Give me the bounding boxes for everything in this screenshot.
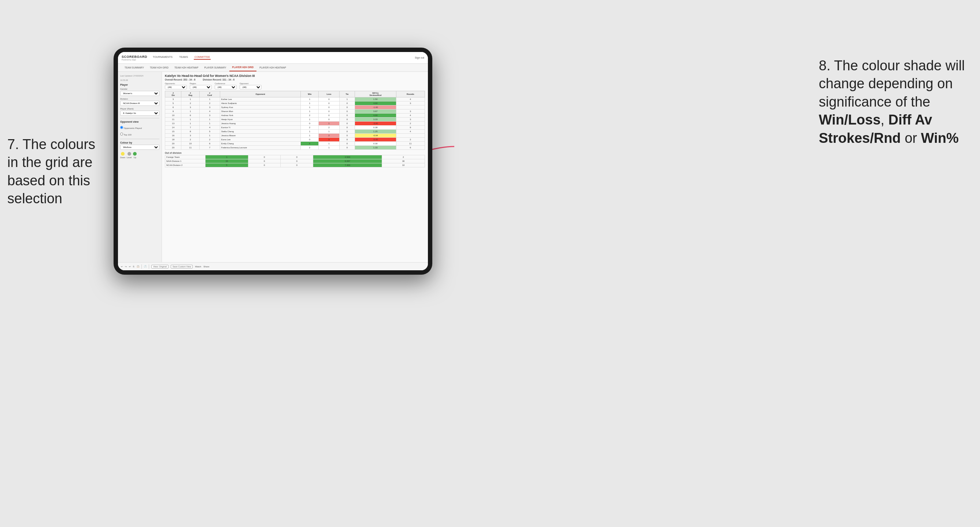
toolbar-undo2[interactable]: ↩ bbox=[129, 265, 131, 268]
cell-div: 9 bbox=[165, 110, 181, 114]
subnav-team-h2h-heatmap[interactable]: TEAM H2H HEATMAP bbox=[172, 64, 202, 71]
opponent-view-radio-group: Opponents Played Top 100 bbox=[120, 124, 159, 137]
col-header-win: Win bbox=[301, 91, 319, 97]
cell-rounds: 6 bbox=[396, 146, 425, 150]
cell-diff: 0.38 bbox=[355, 125, 396, 130]
nav-committee[interactable]: COMMITTEE bbox=[194, 56, 211, 60]
cell-loss: 2 bbox=[319, 125, 340, 130]
ood-cell-loss: 0 bbox=[248, 159, 280, 163]
nav-tournaments[interactable]: TOURNAMENTS bbox=[152, 56, 173, 60]
ood-cell-win: 1 bbox=[205, 155, 248, 159]
filter-opponent-select[interactable]: (All) bbox=[240, 85, 262, 89]
toolbar-share[interactable]: Share bbox=[203, 265, 209, 268]
division-select[interactable]: NCAA Division III bbox=[120, 101, 159, 106]
cell-diff: -5.00 bbox=[355, 138, 396, 142]
radio-opponents-played[interactable]: Opponents Played bbox=[120, 126, 159, 129]
cell-reg: 2 bbox=[181, 102, 200, 105]
cell-tie: 0 bbox=[339, 134, 355, 138]
cell-div: 6 bbox=[165, 105, 181, 110]
division-record: Division Record: 331 - 34 - 6 bbox=[203, 78, 234, 81]
cell-reg: 7 bbox=[181, 125, 200, 130]
subnav-team-summary[interactable]: TEAM SUMMARY bbox=[122, 64, 147, 71]
toolbar-undo[interactable]: ↩ bbox=[121, 265, 123, 268]
filter-region-select[interactable]: (All) bbox=[190, 85, 212, 89]
colour-by-select[interactable]: Win/loss bbox=[120, 144, 159, 150]
records-row: Overall Record: 353 - 34 - 6 Division Re… bbox=[165, 78, 425, 81]
cell-win: 2 bbox=[301, 114, 319, 117]
cell-conf: 6 bbox=[200, 142, 220, 146]
toolbar-copy[interactable]: ⎘ bbox=[133, 265, 134, 268]
nav-sign-out[interactable]: Sign out bbox=[415, 56, 424, 59]
subnav-team-h2h-grid[interactable]: TEAM H2H GRID bbox=[147, 64, 172, 71]
cell-diff: 1.50 bbox=[355, 97, 396, 102]
cell-tie: 0 bbox=[339, 138, 355, 142]
cell-rounds: 4 bbox=[396, 97, 425, 102]
cell-loss: 1 bbox=[319, 122, 340, 125]
cell-tie: 0 bbox=[339, 117, 355, 122]
cell-opponent: Federica Domecq Lacroze bbox=[220, 146, 301, 150]
cell-reg: 3 bbox=[181, 105, 200, 110]
ood-cell-tie: 0 bbox=[281, 163, 313, 167]
ood-cell-rounds: 10 bbox=[382, 163, 425, 167]
colour-by-title: Colour by bbox=[120, 141, 159, 144]
toolbar-paste[interactable]: 📋 bbox=[137, 265, 139, 268]
ood-cell-rounds: 30 bbox=[382, 159, 425, 163]
app-logo-sub: Powered by clippi bbox=[122, 59, 148, 61]
cell-rounds: 4 bbox=[396, 130, 425, 134]
cell-conf: 7 bbox=[200, 146, 220, 150]
col-header-loss: Loss bbox=[319, 91, 340, 97]
cell-diff: -3.00 bbox=[355, 122, 396, 125]
cell-div: 20 bbox=[165, 146, 181, 150]
cell-opponent: Stella Cheng bbox=[220, 130, 301, 134]
player-rank-select[interactable]: 8. Katelyn Vo bbox=[120, 111, 159, 116]
cell-win: 2 bbox=[301, 146, 319, 150]
cell-loss: 2 bbox=[319, 134, 340, 138]
legend-level: Level bbox=[127, 152, 132, 159]
gender-select[interactable]: Women's bbox=[120, 91, 159, 96]
cell-conf: 1 bbox=[200, 97, 220, 102]
subnav-player-summary[interactable]: PLAYER SUMMARY bbox=[202, 64, 229, 71]
subnav-player-h2h-heatmap[interactable]: PLAYER H2H HEATMAP bbox=[256, 64, 289, 71]
toolbar-clock[interactable]: 🕐 bbox=[144, 265, 146, 268]
legend-up-label: Up bbox=[134, 156, 136, 159]
cell-div: 11 bbox=[165, 117, 181, 122]
cell-reg: 10 bbox=[181, 142, 200, 146]
cell-tie: 0 bbox=[339, 105, 355, 110]
filter-opponents: Opponents: (All) bbox=[165, 83, 187, 89]
logo-container: SCOREBOARD Powered by clippi bbox=[122, 55, 148, 61]
cell-win: 1 bbox=[301, 97, 319, 102]
filter-region: Region (All) bbox=[190, 83, 212, 89]
table-row: 13 1 1 Jessica Huang 0 1 0 -3.00 2 bbox=[165, 122, 425, 125]
cell-tie: 0 bbox=[339, 122, 355, 125]
toolbar-view-original[interactable]: View: Original bbox=[151, 265, 169, 268]
ood-table-row: Foreign Team 1 0 0 4.500 2 bbox=[165, 155, 425, 159]
cell-tie: 1 bbox=[339, 97, 355, 102]
legend-level-label: Level bbox=[127, 156, 132, 159]
cell-diff: -1.00 bbox=[355, 105, 396, 110]
cell-div: 13 bbox=[165, 122, 181, 125]
subnav-player-h2h-grid[interactable]: PLAYER H2H GRID bbox=[229, 64, 257, 71]
toolbar-redo[interactable]: ↪ bbox=[125, 265, 127, 268]
nav-teams[interactable]: TEAMS bbox=[178, 56, 189, 60]
cell-opponent: Sydney Kuo bbox=[220, 105, 301, 110]
cell-reg: 1 bbox=[181, 122, 200, 125]
cell-div: 10 bbox=[165, 114, 181, 117]
table-row: 10 6 3 Andrea York 2 0 0 4.00 4 bbox=[165, 114, 425, 117]
radio-top100[interactable]: Top 100 bbox=[120, 133, 159, 136]
cell-rounds: 2 bbox=[396, 138, 425, 142]
cell-div: 16 bbox=[165, 134, 181, 138]
filter-opponents-select[interactable]: (All) bbox=[165, 85, 187, 89]
cell-diff: 3.67 bbox=[355, 110, 396, 114]
toolbar-save-custom[interactable]: Save Custom View bbox=[171, 265, 193, 268]
toolbar-watch[interactable]: Watch bbox=[195, 265, 201, 268]
cell-rounds: 2 bbox=[396, 122, 425, 125]
filter-conference: Conference (All) bbox=[215, 83, 237, 89]
cell-rounds: 9 bbox=[396, 125, 425, 130]
cell-tie: 0 bbox=[339, 130, 355, 134]
filter-conference-select[interactable]: (All) bbox=[215, 85, 237, 89]
player-rank-label: Player (Rank) bbox=[120, 108, 159, 110]
cell-div: 3 bbox=[165, 97, 181, 102]
ood-table-row: NCAA Division 2 5 0 0 7.400 10 bbox=[165, 163, 425, 167]
filter-opponent-label: Opponent bbox=[240, 83, 262, 84]
table-row: 9 1 4 Sharon Mun 1 0 0 3.67 3 bbox=[165, 110, 425, 114]
